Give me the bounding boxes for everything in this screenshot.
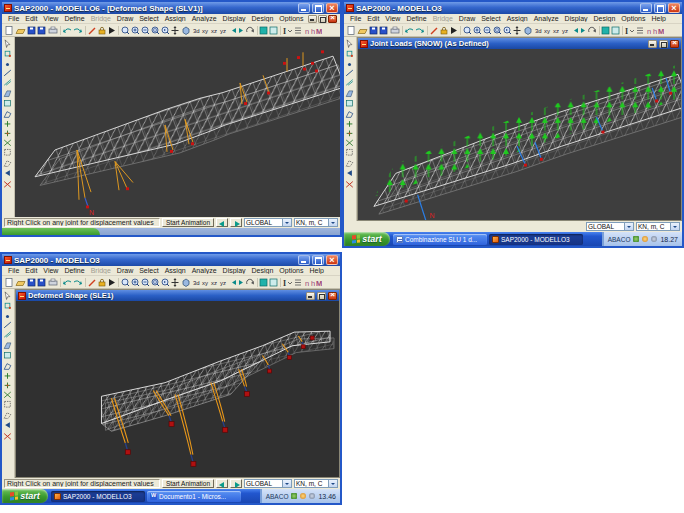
menu-item[interactable]: Display: [220, 267, 249, 274]
taskbar-button[interactable]: Combinazione SLU 1 d...: [393, 234, 487, 245]
child-title-bar[interactable]: Deformed Shape (SLE1): [16, 290, 339, 301]
title-bar[interactable]: SAP2000 - MODELLO3: [344, 2, 682, 14]
menu-item[interactable]: Define: [403, 15, 429, 22]
taskbar-button[interactable]: Documento1 - Micros...: [147, 491, 241, 502]
child-restore-button[interactable]: [317, 292, 326, 300]
start-button[interactable]: start: [344, 232, 390, 246]
tray-status-icon[interactable]: [291, 493, 297, 499]
taskbar-button[interactable]: SAP2000 - MODELLO3: [51, 491, 145, 502]
child-close-button[interactable]: [328, 15, 337, 23]
side-toolbar[interactable]: [2, 289, 15, 478]
main-toolbar-icons[interactable]: [4, 277, 322, 288]
units-select[interactable]: KN, m, C: [294, 479, 338, 488]
child-title-bar[interactable]: Joint Loads (SNOW) (As Defined): [358, 38, 681, 49]
animation-back-button[interactable]: [216, 479, 228, 488]
child-minimize-button[interactable]: [308, 15, 317, 23]
menu-item[interactable]: File: [347, 15, 364, 22]
model-view-deformed-slv1[interactable]: N: [15, 37, 340, 217]
menu-item[interactable]: File: [5, 267, 22, 274]
model-view-joint-loads-snow[interactable]: N: [358, 49, 681, 220]
coordinate-system-select[interactable]: GLOBAL: [244, 218, 292, 227]
child-minimize-button[interactable]: [648, 40, 657, 48]
minimize-button[interactable]: [640, 3, 652, 13]
menu-item[interactable]: Help: [306, 267, 326, 274]
menu-item[interactable]: Analyze: [189, 267, 220, 274]
side-toolbar[interactable]: [2, 37, 15, 217]
menu-item[interactable]: Analyze: [531, 15, 562, 22]
menu-item[interactable]: Draw: [456, 15, 478, 22]
side-toolbar-icons[interactable]: [344, 38, 355, 208]
menu-item[interactable]: Analyze: [189, 15, 220, 22]
title-bar[interactable]: SAP2000 - MODELLO6 - [Deformed Shape (SL…: [2, 2, 340, 14]
tray-status-icon[interactable]: [309, 493, 315, 499]
menu-item[interactable]: Design: [249, 267, 277, 274]
side-toolbar-icons[interactable]: [2, 290, 13, 460]
menu-item[interactable]: Draw: [114, 15, 136, 22]
menu-item[interactable]: View: [40, 15, 61, 22]
child-minimize-button[interactable]: [306, 292, 315, 300]
menu-item[interactable]: Draw: [114, 267, 136, 274]
child-restore-button[interactable]: [318, 15, 327, 23]
menu-item[interactable]: Design: [591, 15, 619, 22]
menu-item[interactable]: Help: [648, 15, 668, 22]
restore-button[interactable]: [654, 3, 666, 13]
main-toolbar-icons[interactable]: [346, 25, 664, 36]
menu-item[interactable]: Assign: [162, 267, 189, 274]
chevron-down-icon[interactable]: [670, 223, 679, 230]
model-view-deformed-sle1[interactable]: [16, 301, 339, 477]
side-toolbar[interactable]: [344, 37, 357, 221]
menu-item[interactable]: Assign: [504, 15, 531, 22]
menu-item[interactable]: Design: [249, 15, 277, 22]
menu-item[interactable]: View: [40, 267, 61, 274]
close-button[interactable]: [326, 255, 338, 265]
child-close-button[interactable]: [670, 40, 679, 48]
taskbar-button[interactable]: SAP2000 - MODELLO3: [489, 234, 583, 245]
menu-item[interactable]: Bridge: [88, 15, 114, 22]
menu-item[interactable]: Display: [220, 15, 249, 22]
tray-status-icon[interactable]: [300, 493, 306, 499]
main-toolbar[interactable]: [2, 276, 340, 289]
coordinate-system-select[interactable]: GLOBAL: [586, 222, 634, 231]
minimize-button[interactable]: [298, 3, 310, 13]
child-close-button[interactable]: [328, 292, 337, 300]
title-bar[interactable]: SAP2000 - MODELLO3: [2, 254, 340, 266]
menu-item[interactable]: Bridge: [430, 15, 456, 22]
tray-status-icon[interactable]: [642, 236, 648, 242]
menu-item[interactable]: Define: [61, 15, 87, 22]
side-toolbar-icons[interactable]: [2, 38, 13, 208]
chevron-down-icon[interactable]: [328, 219, 337, 226]
tray-status-icon[interactable]: [651, 236, 657, 242]
restore-button[interactable]: [312, 255, 324, 265]
restore-button[interactable]: [312, 3, 324, 13]
minimize-button[interactable]: [298, 255, 310, 265]
start-animation-button[interactable]: Start Animation: [162, 218, 214, 227]
tray-status-icon[interactable]: [633, 236, 639, 242]
menu-item[interactable]: Bridge: [88, 267, 114, 274]
units-select[interactable]: KN, m, C: [294, 218, 338, 227]
main-toolbar[interactable]: [344, 24, 682, 37]
menu-item[interactable]: File: [5, 15, 22, 22]
close-button[interactable]: [326, 3, 338, 13]
menu-item[interactable]: Assign: [162, 15, 189, 22]
chevron-down-icon[interactable]: [624, 223, 633, 230]
chevron-down-icon[interactable]: [282, 480, 291, 487]
close-button[interactable]: [668, 3, 680, 13]
menu-item[interactable]: Define: [61, 267, 87, 274]
coordinate-system-select[interactable]: GLOBAL: [244, 479, 292, 488]
menu-item[interactable]: Edit: [22, 15, 40, 22]
main-toolbar-icons[interactable]: [4, 25, 322, 36]
menu-item[interactable]: Select: [136, 267, 161, 274]
start-button[interactable]: start: [2, 489, 48, 503]
main-toolbar[interactable]: [2, 24, 340, 37]
menu-item[interactable]: Display: [562, 15, 591, 22]
start-button-partial[interactable]: [2, 228, 100, 235]
start-animation-button[interactable]: Start Animation: [162, 479, 214, 488]
units-select[interactable]: KN, m, C: [636, 222, 680, 231]
animation-back-button[interactable]: [216, 218, 228, 227]
menu-item[interactable]: Select: [478, 15, 503, 22]
child-restore-button[interactable]: [659, 40, 668, 48]
animation-forward-button[interactable]: [230, 479, 242, 488]
menu-item[interactable]: View: [382, 15, 403, 22]
chevron-down-icon[interactable]: [282, 219, 291, 226]
menu-item[interactable]: Edit: [22, 267, 40, 274]
